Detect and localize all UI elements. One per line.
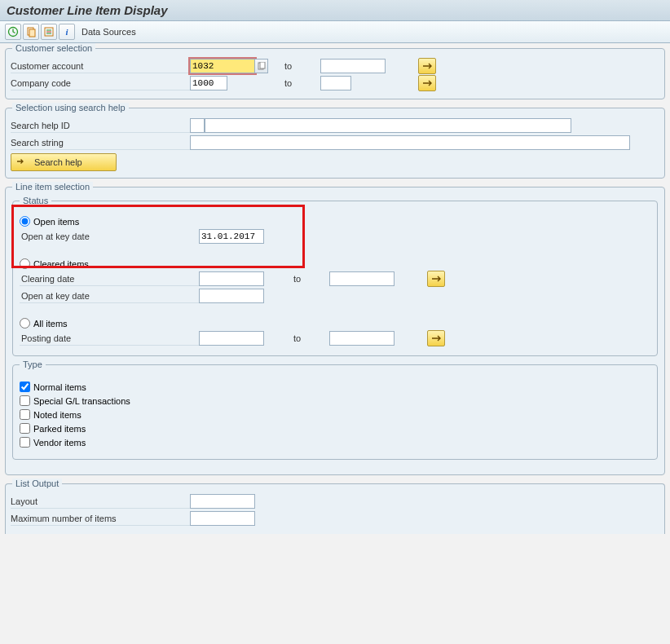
open-items-label: Open items bbox=[33, 217, 79, 227]
svg-rect-2 bbox=[29, 29, 35, 37]
open-key-date-input[interactable] bbox=[199, 229, 264, 244]
group-title: List Output bbox=[12, 479, 62, 488]
open-items-radio[interactable] bbox=[20, 216, 30, 227]
to-label: to bbox=[289, 333, 329, 343]
customer-selection-group: Customer selection Customer account to C… bbox=[5, 48, 665, 99]
type-subgroup: Type Normal items Special G/L transactio… bbox=[12, 364, 658, 460]
subgroup-title: Status bbox=[20, 196, 51, 205]
noted-items-label: Noted items bbox=[33, 410, 82, 420]
open-key-date2-input[interactable] bbox=[199, 289, 264, 303]
search-help-button-label: Search help bbox=[34, 157, 82, 167]
search-help-id-input[interactable] bbox=[205, 118, 571, 133]
search-string-input[interactable] bbox=[190, 135, 630, 150]
noted-items-checkbox[interactable] bbox=[20, 409, 30, 420]
status-subgroup: Status Open items Open at key date Clear… bbox=[12, 201, 658, 356]
customer-account-to-input[interactable] bbox=[320, 59, 386, 73]
all-items-radio[interactable] bbox=[20, 318, 30, 329]
group-title: Customer selection bbox=[12, 43, 95, 53]
company-code-label: Company code bbox=[11, 77, 190, 90]
search-help-group: Selection using search help Search help … bbox=[5, 108, 665, 179]
search-help-button[interactable]: Search help bbox=[11, 153, 117, 171]
vendor-items-checkbox[interactable] bbox=[20, 437, 30, 448]
open-key-date2-label: Open at key date bbox=[20, 289, 199, 303]
cleared-items-label: Cleared items bbox=[33, 259, 89, 269]
normal-items-label: Normal items bbox=[33, 382, 86, 392]
parked-items-label: Parked items bbox=[33, 424, 86, 434]
multiple-selection-button[interactable] bbox=[427, 330, 445, 346]
execute-button[interactable] bbox=[5, 24, 21, 40]
list-output-group: List Output Layout Maximum number of ite… bbox=[5, 483, 665, 534]
info-button[interactable]: i bbox=[59, 24, 75, 40]
company-code-input[interactable] bbox=[190, 76, 227, 90]
clearing-date-to-input[interactable] bbox=[329, 271, 395, 286]
posting-date-label: Posting date bbox=[20, 332, 199, 346]
customer-account-label: Customer account bbox=[11, 60, 190, 73]
multiple-selection-button[interactable] bbox=[418, 58, 436, 74]
search-help-id-short-input[interactable] bbox=[190, 118, 205, 133]
svg-rect-8 bbox=[260, 62, 265, 68]
variant-button[interactable] bbox=[23, 24, 39, 40]
normal-items-checkbox[interactable] bbox=[20, 382, 30, 392]
data-sources-link[interactable]: Data Sources bbox=[82, 27, 136, 37]
open-key-date-label: Open at key date bbox=[20, 230, 199, 243]
layout-label: Layout bbox=[11, 495, 190, 509]
group-title: Selection using search help bbox=[12, 103, 129, 112]
to-label: to bbox=[289, 274, 329, 284]
dynamic-selections-button[interactable] bbox=[41, 24, 57, 40]
multiple-selection-button[interactable] bbox=[427, 271, 445, 287]
page-title: Customer Line Item Display bbox=[0, 0, 670, 21]
posting-date-input[interactable] bbox=[199, 331, 264, 346]
layout-input[interactable] bbox=[190, 494, 255, 509]
all-items-label: All items bbox=[33, 319, 68, 329]
special-gl-checkbox[interactable] bbox=[20, 395, 30, 406]
to-label: to bbox=[280, 61, 320, 71]
posting-date-to-input[interactable] bbox=[329, 331, 395, 346]
max-items-label: Maximum number of items bbox=[11, 512, 190, 526]
search-string-label: Search string bbox=[11, 136, 190, 150]
arrow-right-icon bbox=[16, 157, 24, 167]
toolbar: i Data Sources bbox=[0, 21, 670, 43]
line-item-selection-group: Line item selection Status Open items Op… bbox=[5, 187, 665, 475]
special-gl-label: Special G/L transactions bbox=[33, 396, 130, 406]
vendor-items-label: Vendor items bbox=[33, 438, 86, 448]
multiple-selection-button[interactable] bbox=[418, 75, 436, 91]
company-code-to-input[interactable] bbox=[320, 76, 351, 90]
to-label: to bbox=[280, 78, 320, 88]
clearing-date-input[interactable] bbox=[199, 271, 264, 286]
group-title: Line item selection bbox=[12, 182, 93, 192]
search-help-id-label: Search help ID bbox=[11, 119, 190, 133]
f4-help-icon[interactable] bbox=[255, 59, 268, 73]
subgroup-title: Type bbox=[20, 359, 46, 369]
parked-items-checkbox[interactable] bbox=[20, 423, 30, 434]
customer-account-input[interactable] bbox=[190, 59, 255, 73]
max-items-input[interactable] bbox=[190, 511, 255, 526]
clearing-date-label: Clearing date bbox=[20, 272, 199, 286]
cleared-items-radio[interactable] bbox=[20, 258, 30, 269]
